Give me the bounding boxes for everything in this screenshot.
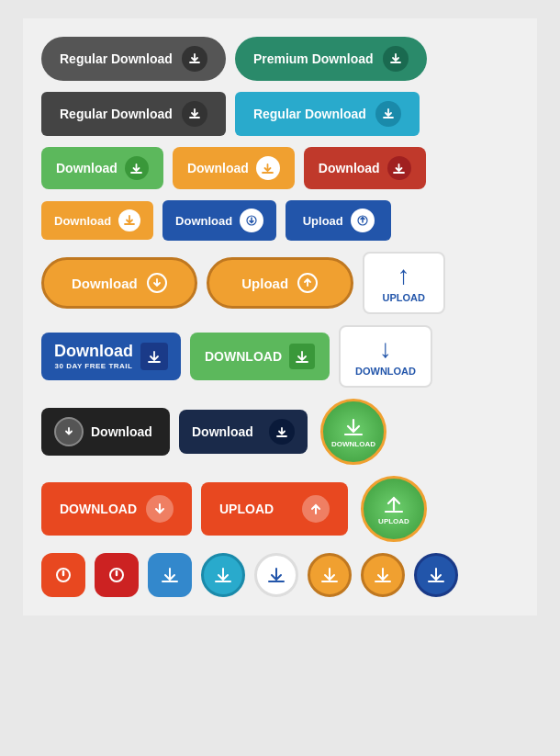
download-icon-orange-circle-2[interactable]: [361, 553, 405, 597]
row-8: DOWNLOAD UPLOAD Upload: [41, 476, 519, 542]
upload-icon-blue-flat: [351, 209, 375, 232]
download-white-box-label: DOWNLOAD: [355, 366, 416, 377]
download-orange-rect-label: DOWNLOAD: [60, 502, 137, 516]
download-icon-white-circle[interactable]: [254, 553, 298, 597]
upload-orange-rect[interactable]: UPLOAD: [201, 482, 348, 536]
download-icon-blue: [375, 101, 401, 127]
upload-white-box[interactable]: ↑ UPLOAD: [363, 252, 445, 314]
download-arrow-big-icon: ↓: [379, 336, 392, 362]
download-orange-rect[interactable]: DOWNLOAD: [41, 482, 192, 536]
download-30day-main: Download: [54, 342, 133, 362]
power-icon-red-rounded[interactable]: [41, 553, 85, 597]
download-icon-teal: [383, 46, 409, 72]
regular-download-darkgray[interactable]: Regular Download: [41, 92, 226, 136]
upload-badge-green[interactable]: Upload: [357, 476, 431, 542]
upload-arrow-big-icon: ↑: [398, 263, 410, 288]
download-arrow-icon: [147, 273, 167, 293]
badge-download-label: Download: [331, 440, 375, 448]
download-30day-icon: [140, 343, 168, 370]
download-orange-pill-big[interactable]: Download: [41, 257, 197, 309]
premium-download-label: Premium Download: [253, 51, 374, 66]
premium-download-teal-pill[interactable]: Premium Download: [235, 37, 427, 81]
download-orange-flat-label: Download: [54, 214, 111, 228]
download-icon-green: [125, 156, 149, 180]
download-white-box[interactable]: ↓ DOWNLOAD: [339, 325, 432, 388]
upload-orange-pill-label: Upload: [241, 276, 288, 291]
download-orange-flat[interactable]: Download: [41, 201, 153, 240]
download-green-big[interactable]: DOWNLOAD: [190, 333, 330, 380]
badge-upload-label: Upload: [378, 517, 409, 525]
download-icon-darkgray: [182, 101, 207, 127]
download-icon-red: [387, 156, 411, 180]
upload-orange-rect-icon: [302, 495, 330, 523]
download-orange-pill-label: Download: [72, 276, 138, 291]
download-green-label: Download: [56, 161, 118, 175]
regular-download-dark-label: Regular Download: [60, 51, 173, 66]
download-orange-label: Download: [187, 161, 249, 175]
row-1: Regular Download Premium Download: [41, 37, 519, 81]
regular-download-blue[interactable]: Regular Download: [235, 92, 420, 136]
download-green-big-icon: [289, 344, 315, 369]
download-blue-flat-label: Download: [175, 214, 232, 228]
power-icon-red2-rounded[interactable]: [95, 553, 139, 597]
download-green[interactable]: Download: [41, 147, 163, 189]
download-icon-teal-circle[interactable]: [201, 553, 245, 597]
download-blue-flat[interactable]: Download: [162, 200, 276, 241]
main-container: Regular Download Premium Download Regula…: [23, 18, 537, 615]
upload-white-box-label: UPLOAD: [382, 292, 424, 303]
download-icon-orange-flat: [118, 209, 140, 231]
download-icon-orange-circle[interactable]: [308, 553, 352, 597]
download-30day-sub: 30 DAY FREE TRAIL: [54, 362, 133, 371]
download-blue-30day[interactable]: Download 30 DAY FREE TRAIL: [41, 333, 181, 379]
row-3: Download Download Download: [41, 147, 519, 189]
regular-download-blue-label: Regular Download: [253, 107, 366, 121]
download-dark-navy[interactable]: Download: [179, 410, 308, 454]
row-5: Download Upload ↑ UPLOAD: [41, 252, 519, 314]
row-9: [41, 553, 519, 597]
download-red[interactable]: Download: [304, 147, 426, 189]
regular-download-darkgray-label: Regular Download: [60, 107, 173, 121]
download-dark-icon: [269, 419, 295, 445]
row-4: Download Download Upload: [41, 200, 519, 241]
download-icon-blue-flat: [240, 209, 263, 232]
download-toggle-label: Download: [91, 424, 152, 439]
row-2: Regular Download Regular Download: [41, 92, 519, 136]
upload-orange-rect-label: UPLOAD: [219, 502, 274, 516]
download-badge-green[interactable]: Download: [317, 399, 390, 465]
regular-download-dark-pill[interactable]: Regular Download: [41, 37, 226, 81]
row-7: Download Download Download: [41, 399, 519, 465]
upload-orange-pill-big[interactable]: Upload: [207, 257, 353, 309]
download-icon-navy-circle[interactable]: [414, 553, 458, 597]
download-orange[interactable]: Download: [173, 147, 295, 189]
download-icon-blue-rounded[interactable]: [148, 553, 192, 597]
upload-blue-flat[interactable]: Upload: [286, 200, 391, 241]
download-red-label: Download: [319, 161, 380, 175]
upload-arrow-icon: [297, 273, 318, 293]
row-6: Download 30 DAY FREE TRAIL DOWNLOAD ↓ DO…: [41, 325, 519, 388]
download-icon-orange: [256, 156, 280, 180]
download-orange-rect-icon: [146, 495, 174, 523]
download-toggle[interactable]: Download: [41, 408, 170, 456]
download-green-big-label: DOWNLOAD: [205, 349, 282, 364]
toggle-icon: [54, 417, 84, 446]
download-icon-dark: [182, 46, 207, 72]
upload-blue-flat-label: Upload: [303, 214, 343, 228]
download-dark-navy-label: Download: [192, 424, 253, 439]
